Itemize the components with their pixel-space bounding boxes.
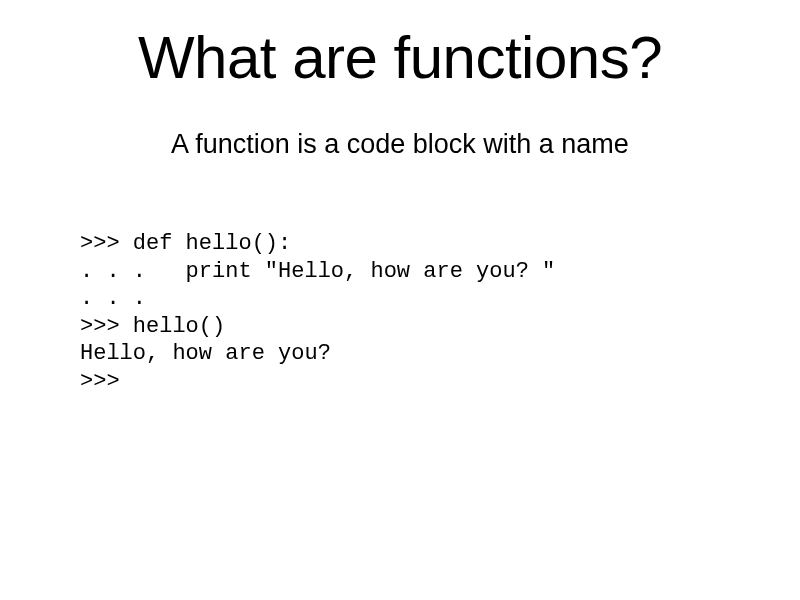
- code-example: >>> def hello(): . . . print "Hello, how…: [80, 230, 730, 395]
- slide: What are functions? A function is a code…: [0, 0, 800, 395]
- slide-subtitle: A function is a code block with a name: [70, 129, 730, 160]
- slide-title: What are functions?: [70, 25, 730, 91]
